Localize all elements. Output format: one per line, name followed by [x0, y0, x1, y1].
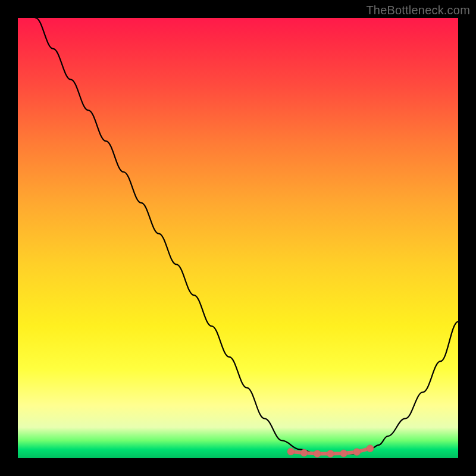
- highlight-markers: [287, 445, 374, 458]
- marker-dot: [287, 448, 295, 455]
- marker-dot: [353, 449, 361, 456]
- watermark-text: TheBottleneck.com: [366, 4, 470, 17]
- plot-area: [18, 18, 458, 458]
- chart-svg: [18, 18, 458, 458]
- marker-dot: [340, 450, 347, 457]
- marker-dot: [327, 450, 334, 458]
- marker-dot: [300, 449, 308, 456]
- chart-frame: TheBottleneck.com: [0, 0, 476, 476]
- marker-dot: [314, 450, 321, 458]
- marker-dot: [367, 445, 374, 452]
- bottleneck-curve: [36, 18, 458, 454]
